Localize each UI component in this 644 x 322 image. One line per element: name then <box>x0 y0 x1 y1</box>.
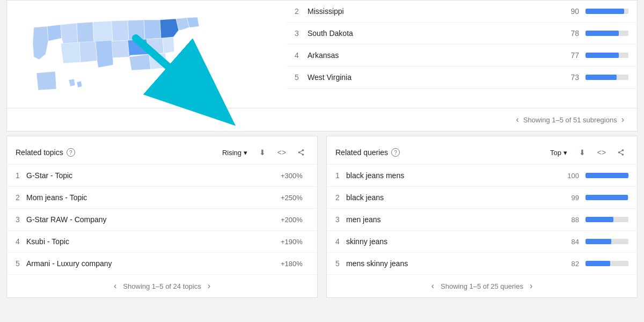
topics-filter-label: Rising <box>222 149 241 157</box>
related-topics-panel: Related topics ? Rising ▾ ⬇ <> 1 G- <box>6 136 318 298</box>
region-row-5: 5 West Virginia 73 <box>286 67 637 89</box>
svg-marker-2 <box>47 25 62 41</box>
us-map <box>28 11 265 97</box>
query-row-4: 4 skinny jeans 84 <box>327 231 637 253</box>
region-row-2: 2 Mississippi 90 <box>286 1 637 23</box>
svg-marker-23 <box>69 79 75 86</box>
topic-row-3: 3 G-Star RAW - Company +200% <box>7 209 317 231</box>
query-bar-2 <box>586 195 628 200</box>
bottom-section: Related topics ? Rising ▾ ⬇ <> 1 G- <box>6 136 638 298</box>
query-bar-5 <box>586 261 628 266</box>
queries-next-arrow[interactable]: › <box>523 281 539 291</box>
topics-title: Related topics <box>16 148 63 157</box>
related-queries-panel: Related queries ? Top ▾ ⬇ <> 1 blac <box>326 136 638 298</box>
bar-fill <box>586 31 619 36</box>
topics-download-button[interactable]: ⬇ <box>255 145 270 160</box>
queries-pagination: ‹ Showing 1–5 of 25 queries › <box>327 275 637 297</box>
topics-pagination-text: Showing 1–5 of 24 topics <box>123 282 201 290</box>
queries-title: Related queries <box>335 148 388 157</box>
svg-marker-1 <box>33 26 48 60</box>
topics-help-icon[interactable]: ? <box>67 148 75 157</box>
topics-share-button[interactable] <box>294 145 309 160</box>
queries-help-icon[interactable]: ? <box>391 148 400 157</box>
topics-panel-header: Related topics ? Rising ▾ ⬇ <> <box>7 136 317 165</box>
queries-chevron-icon: ▾ <box>564 149 567 157</box>
topics-next-arrow[interactable]: › <box>201 281 217 291</box>
topic-row-4: 4 Ksubi - Topic +190% <box>7 231 317 253</box>
queries-controls: Top ▾ ⬇ <> <box>547 145 628 160</box>
svg-marker-24 <box>77 81 82 87</box>
svg-marker-4 <box>77 22 94 43</box>
bar-fill <box>586 261 610 266</box>
query-row-3: 3 men jeans 88 <box>327 209 637 231</box>
query-bar-4 <box>586 239 628 244</box>
region-row-4: 4 Arkansas 77 <box>286 45 637 67</box>
query-bar-1 <box>586 173 628 178</box>
bar-fill <box>586 53 619 58</box>
topic-row-2: 2 Mom jeans - Topic +250% <box>7 187 317 209</box>
svg-marker-13 <box>163 37 174 53</box>
query-row-1: 1 black jeans mens 100 <box>327 165 637 187</box>
regions-pagination: ‹ Showing 1–5 of 51 subregions › <box>6 108 638 131</box>
query-row-5: 5 mens skinny jeans 82 <box>327 253 637 275</box>
svg-marker-7 <box>128 20 145 40</box>
svg-marker-22 <box>36 71 56 90</box>
svg-marker-12 <box>147 38 164 54</box>
svg-marker-9 <box>160 19 179 38</box>
topic-row-5: 5 Armani - Luxury company +180% <box>7 253 317 275</box>
queries-prev-arrow[interactable]: ‹ <box>425 281 441 291</box>
svg-marker-16 <box>129 54 151 70</box>
queries-panel-header: Related queries ? Top ▾ ⬇ <> <box>327 136 637 165</box>
svg-marker-18 <box>61 42 80 63</box>
queries-share-button[interactable] <box>613 145 628 160</box>
bar-fill <box>586 173 628 178</box>
region-bar-3 <box>586 31 628 36</box>
topics-chevron-icon: ▾ <box>244 149 247 157</box>
svg-marker-3 <box>61 23 78 45</box>
svg-marker-21 <box>165 67 178 86</box>
svg-marker-5 <box>93 21 113 42</box>
svg-marker-17 <box>149 53 167 69</box>
region-bar-2 <box>586 9 628 14</box>
region-bar-5 <box>586 75 628 80</box>
topics-embed-button[interactable]: <> <box>274 145 289 160</box>
svg-marker-6 <box>112 20 129 41</box>
svg-marker-19 <box>79 41 97 62</box>
queries-embed-button[interactable]: <> <box>594 145 609 160</box>
page-container: 2 Mississippi 90 3 South Dakota 78 4 Ark… <box>0 0 644 322</box>
regions-next-arrow[interactable]: › <box>617 115 628 125</box>
topics-controls: Rising ▾ ⬇ <> <box>219 145 309 160</box>
queries-pagination-text: Showing 1–5 of 25 queries <box>441 282 523 290</box>
bar-fill <box>586 239 611 244</box>
bar-fill <box>586 9 624 14</box>
regions-prev-arrow[interactable]: ‹ <box>511 115 523 125</box>
svg-marker-15 <box>128 39 149 57</box>
topics-pagination: ‹ Showing 1–5 of 24 topics › <box>7 275 317 297</box>
regions-container: 2 Mississippi 90 3 South Dakota 78 4 Ark… <box>286 1 637 108</box>
region-row-3: 3 South Dakota 78 <box>286 23 637 45</box>
queries-filter-dropdown[interactable]: Top ▾ <box>547 147 570 159</box>
topics-prev-arrow[interactable]: ‹ <box>107 281 123 291</box>
bar-fill <box>586 75 617 80</box>
query-row-2: 2 black jeans 99 <box>327 187 637 209</box>
bar-fill <box>586 217 613 222</box>
query-bar-3 <box>586 217 628 222</box>
queries-filter-label: Top <box>550 149 561 157</box>
top-section: 2 Mississippi 90 3 South Dakota 78 4 Ark… <box>6 0 638 108</box>
svg-marker-20 <box>96 40 113 68</box>
regions-pagination-text: Showing 1–5 of 51 subregions <box>523 116 617 124</box>
region-bar-4 <box>586 53 628 58</box>
queries-download-button[interactable]: ⬇ <box>575 145 590 160</box>
topics-filter-dropdown[interactable]: Rising ▾ <box>219 147 251 159</box>
topic-row-1: 1 G-Star - Topic +300% <box>7 165 317 187</box>
map-container <box>7 1 286 108</box>
svg-marker-8 <box>144 20 161 39</box>
bar-fill <box>586 195 628 200</box>
